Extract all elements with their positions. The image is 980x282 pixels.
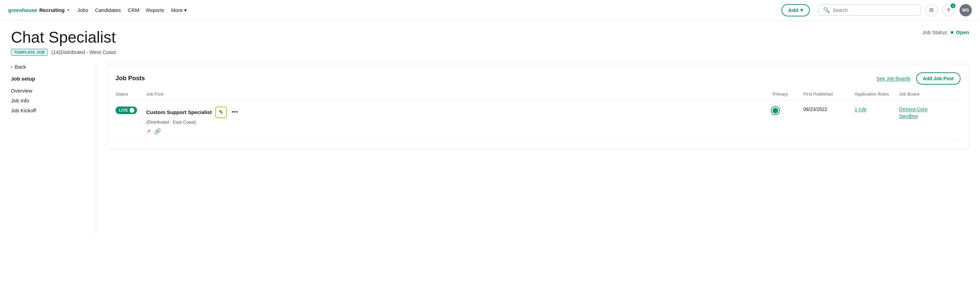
job-post-cell: Custom Support Specialist ✎ ••• (Distrib…: [146, 106, 773, 135]
sidebar: ‹ Back Job setup Overview Job Info Job K…: [0, 64, 95, 234]
nav-reports[interactable]: Reports: [146, 7, 164, 13]
nav-more[interactable]: More ▾: [171, 7, 187, 13]
top-navigation: greenhouse Recruiting ▾ Jobs Candidates …: [0, 0, 980, 21]
search-input[interactable]: [833, 8, 915, 13]
nav-candidates[interactable]: Candidates: [95, 7, 121, 13]
nav-right: 🔍 ⚙ ? 1 MS: [818, 4, 972, 16]
live-label: LIVE: [119, 108, 128, 112]
see-job-boards-link[interactable]: See Job Boards: [877, 76, 911, 81]
sidebar-section-job-setup: Job setup: [11, 76, 95, 82]
toggle-circle: [129, 108, 134, 112]
job-post-location: (Distributed - East Coast): [146, 119, 773, 125]
back-label: Back: [15, 64, 26, 70]
external-link-icon[interactable]: ↗: [146, 128, 151, 135]
job-post-icons: ↗ 🔗: [146, 128, 773, 135]
section-actions: See Job Boards Add Job Post: [877, 72, 961, 85]
status-cell: LIVE: [116, 106, 146, 114]
logo-green-text: greenhouse: [8, 7, 37, 13]
user-avatar[interactable]: MS: [959, 4, 972, 16]
job-board-omniva[interactable]: Omniva-Corp: [899, 106, 961, 112]
logo-chevron-icon: ▾: [67, 8, 69, 12]
col-job-board: Job Board: [899, 92, 961, 97]
page-title: Chat Specialist: [11, 29, 116, 46]
first-published-cell: 06/23/2022: [803, 106, 854, 112]
back-arrow-icon: ‹: [11, 64, 13, 70]
job-status-label: Job Status:: [923, 29, 948, 35]
col-status: Status: [116, 92, 146, 97]
primary-cell: [773, 106, 803, 113]
col-application-rules: Application Rules: [854, 92, 899, 97]
job-posts-section: Job Posts See Job Boards Add Job Post St…: [107, 64, 969, 149]
settings-button[interactable]: ⚙: [925, 4, 938, 16]
job-board-cell: Omniva-Corp Sandbox: [899, 106, 961, 119]
help-button[interactable]: ? 1: [942, 4, 955, 16]
add-button[interactable]: Add ▾: [781, 4, 810, 16]
search-box[interactable]: 🔍: [818, 5, 921, 16]
add-label: Add: [788, 7, 798, 13]
job-status: Job Status: ● Open: [923, 29, 969, 36]
job-board-sandbox[interactable]: Sandbox: [899, 113, 961, 119]
add-chevron-icon: ▾: [800, 7, 803, 13]
nav-jobs[interactable]: Jobs: [77, 7, 88, 13]
add-job-post-button[interactable]: Add Job Post: [916, 72, 961, 85]
page-sub: (14)Distributed - West Coast: [51, 49, 116, 55]
help-icon: ?: [947, 8, 950, 13]
primary-radio[interactable]: [773, 108, 778, 113]
nav-links: Jobs Candidates CRM Reports More ▾: [77, 7, 773, 13]
edit-job-post-button[interactable]: ✎: [215, 106, 227, 118]
table-header: Status Job Post Primary First Published …: [116, 92, 961, 100]
table-row: LIVE Custom Support Specialist ✎ ••• (Di…: [116, 100, 961, 141]
section-header: Job Posts See Job Boards Add Job Post: [116, 72, 961, 85]
live-toggle[interactable]: LIVE: [116, 106, 137, 114]
job-status-value: Open: [956, 29, 969, 35]
sidebar-item-job-kickoff[interactable]: Job Kickoff: [11, 106, 95, 116]
settings-icon: ⚙: [929, 7, 934, 13]
col-first-published: First Published: [803, 92, 854, 97]
page-meta: TEMPLATE JOB (14)Distributed - West Coas…: [11, 49, 116, 55]
search-icon: 🔍: [823, 7, 830, 13]
more-chevron-icon: ▾: [184, 7, 187, 13]
sidebar-item-job-info[interactable]: Job Info: [11, 96, 95, 106]
more-options-button[interactable]: •••: [230, 109, 240, 116]
main-content: Job Posts See Job Boards Add Job Post St…: [95, 64, 980, 234]
back-link[interactable]: ‹ Back: [11, 64, 95, 70]
nav-crm[interactable]: CRM: [128, 7, 139, 13]
edit-pencil-icon: ✎: [219, 109, 223, 116]
section-title: Job Posts: [116, 75, 145, 82]
col-primary: Primary: [773, 92, 803, 97]
col-job-post: Job Post: [146, 92, 773, 97]
page-body: ‹ Back Job setup Overview Job Info Job K…: [0, 64, 980, 234]
logo-dark-text: Recruiting: [39, 7, 65, 13]
page-header: Chat Specialist TEMPLATE JOB (14)Distrib…: [0, 21, 980, 55]
logo[interactable]: greenhouse Recruiting ▾: [8, 7, 69, 13]
first-published-date: 06/23/2022: [803, 106, 827, 112]
job-status-dot: ●: [950, 29, 954, 36]
job-post-name-row: Custom Support Specialist ✎ •••: [146, 106, 773, 118]
notification-badge: 1: [951, 3, 955, 8]
application-rules-link[interactable]: 1 rule: [854, 106, 867, 112]
job-post-name: Custom Support Specialist: [146, 109, 212, 115]
copy-link-icon[interactable]: 🔗: [154, 128, 161, 135]
sidebar-item-overview[interactable]: Overview: [11, 86, 95, 96]
template-badge: TEMPLATE JOB: [11, 49, 48, 55]
application-rules-cell: 1 rule: [854, 106, 899, 112]
